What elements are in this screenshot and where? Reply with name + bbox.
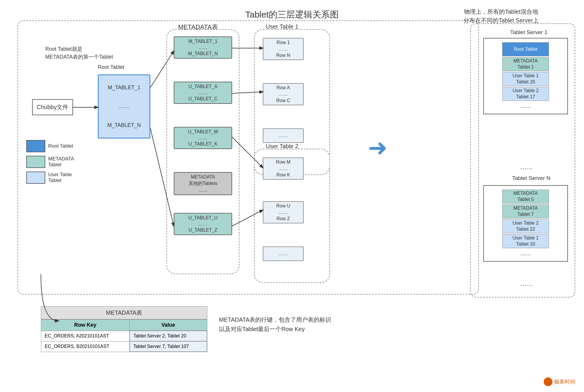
geek-icon xyxy=(544,377,552,386)
legend-meta-color xyxy=(26,156,45,168)
metadata-section-2: U_TABLET_A …… U_TABLET_C xyxy=(174,82,232,104)
legend-root-label: Root Tablet xyxy=(48,143,73,149)
bottom-table-container: METADATA表 Row Key Value EC_ORDERS, A2021… xyxy=(41,306,207,352)
col-row-key: Row Key xyxy=(41,320,130,331)
annotation-label: Root Tablet就是METADATA表的第一个Tablet xyxy=(45,45,113,61)
serverN-label: Tablet Server N xyxy=(512,175,550,181)
row1-key: EC_ORDERS, A20210101AST xyxy=(41,331,130,341)
server1-dots: …… xyxy=(487,102,564,111)
legend: Root Tablet METADATATablet User TableTab… xyxy=(26,140,74,184)
root-row-2: …… xyxy=(119,103,129,109)
ut2-box1: Row M …… Row K xyxy=(263,158,304,180)
user-table-2-label: User Table 2 xyxy=(266,143,298,150)
metadata-dashed-border xyxy=(166,29,239,274)
server1-box: Root Tablet METADATATablet 1 User Table … xyxy=(483,38,568,114)
root-tablet-label-text: Root Tablet xyxy=(98,64,124,70)
legend-root-color xyxy=(26,140,45,152)
metadata-section-1: M_TABLET_1 …… M_TABLET_N xyxy=(174,36,232,59)
server1-root-tablet: Root Tablet xyxy=(502,42,549,56)
bottom-table-title: METADATA表 xyxy=(41,306,207,319)
row2-key: EC_ORDERS, B20210101AST xyxy=(41,341,130,352)
table-row-1: EC_ORDERS, A20210101AST Tablet Server 2,… xyxy=(41,331,207,341)
server-dots-between: …… xyxy=(520,163,533,171)
serverN-meta-tablet7: METADATATablet 7 xyxy=(502,204,549,218)
metadata-section-4: METADATA 其他的Tablets …… xyxy=(174,172,232,195)
user-table-1-label: User Table 1 xyxy=(266,23,298,30)
col-value: Value xyxy=(130,320,207,331)
row2-value: Tablet Server 7, Tablet 107 xyxy=(130,341,207,352)
server1-meta-tablet1: METADATATablet 1 xyxy=(502,57,549,71)
serverN-meta-tablet5: METADATATablet 5 xyxy=(502,190,549,204)
serverN-user-table2-tablet22: User Table 2Tablet 22 xyxy=(502,219,549,233)
ut1-box3: …… xyxy=(263,128,304,143)
bottom-table: Row Key Value EC_ORDERS, A20210101AST Ta… xyxy=(41,319,207,352)
root-row-3: M_TABLET_N xyxy=(107,122,141,128)
bottom-note: METADATA表的行键，包含了用户表的标识 以及对应Tablet最后一个Row… xyxy=(219,315,331,334)
legend-root: Root Tablet xyxy=(26,140,74,152)
serverN-user-table1-tablet10: User Table 1Tablet 10 xyxy=(502,234,549,248)
chubby-box: Chubby文件 xyxy=(32,99,73,115)
legend-user-color xyxy=(26,172,45,184)
main-diagram-border xyxy=(18,20,479,295)
serverN-box: METADATATablet 5 METADATATablet 7 User T… xyxy=(483,185,568,262)
geek-label: 极客时间 xyxy=(554,378,575,385)
chubby-label: Chubby文件 xyxy=(37,103,69,111)
geek-time-logo: 极客时间 xyxy=(544,377,575,386)
legend-user-label: User TableTablet xyxy=(48,172,72,183)
server1-user-table2-tablet17: User Table 2Tablet 17 xyxy=(502,87,549,101)
serverN-after-dots: …… xyxy=(520,280,533,288)
metadata-section-3: U_TABLET_M …… U_TABLET_K xyxy=(174,127,232,149)
ut1-box1: Row 1 …… Row N xyxy=(263,38,304,60)
ut2-box2: Row U …… Row Z xyxy=(263,201,304,223)
metadata-section-5: U_TABLET_U …… U_TABLET_Z xyxy=(174,213,232,235)
ut2-box3: …… xyxy=(263,246,304,261)
serverN-dots: …… xyxy=(487,249,564,258)
server1-label: Tablet Server 1 xyxy=(510,29,548,36)
table-row-2: EC_ORDERS, B20210101AST Tablet Server 7,… xyxy=(41,341,207,352)
root-tablet-box: M_TABLET_1 …… M_TABLET_N xyxy=(98,74,150,139)
root-row-1: M_TABLET_1 xyxy=(108,85,140,91)
ut1-box2: Row A …… Row C xyxy=(263,83,304,105)
legend-meta: METADATATablet xyxy=(26,156,74,168)
page-title: Tablet的三层逻辑关系图 xyxy=(245,9,339,21)
legend-meta-label: METADATATablet xyxy=(48,156,74,168)
server1-user-table1-tablet20: User Table 1Tablet 20 xyxy=(502,72,549,86)
legend-user: User TableTablet xyxy=(26,172,74,184)
row1-value: Tablet Server 2, Tablet 20 xyxy=(130,331,207,341)
big-arrow: ➜ xyxy=(368,134,387,161)
